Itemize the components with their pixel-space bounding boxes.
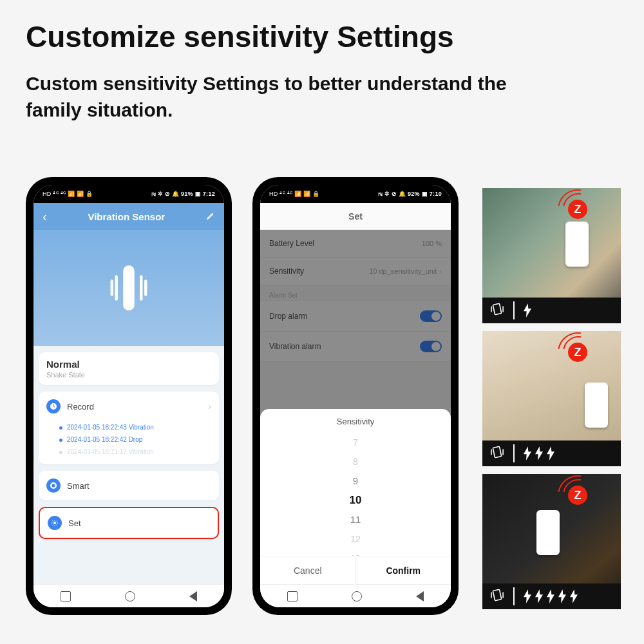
zigbee-badge-icon: Z (568, 486, 587, 505)
vibration-icon (489, 587, 506, 606)
svg-rect-7 (493, 589, 501, 600)
sensor-device-icon (585, 383, 608, 428)
gear-icon (48, 516, 62, 530)
record-entry: 2024-01-05 18:22:42 Drop (67, 433, 211, 446)
record-entry: 2024-01-05 18:21:17 Vibration (67, 446, 211, 458)
hero-area (33, 230, 224, 346)
scenario-tile-safe: Z (482, 474, 621, 609)
strip-divider (513, 587, 515, 605)
confirm-button[interactable]: Confirm (356, 556, 451, 584)
svg-rect-0 (123, 265, 135, 310)
svg-rect-5 (493, 303, 501, 314)
chevron-right-icon: › (208, 401, 211, 412)
svg-rect-6 (493, 446, 501, 457)
status-right: ℕ ✲ ⊘ 🔔 92% ▣ 7:10 (378, 191, 442, 197)
picker-option-selected[interactable]: 10 (260, 491, 451, 510)
scenario-tile-door: Z (482, 331, 621, 466)
strip-divider (513, 301, 515, 319)
state-card: Normal Shake State (39, 352, 219, 385)
smart-icon (46, 478, 61, 493)
recent-apps-button[interactable] (287, 591, 298, 601)
picker-option[interactable]: 7 (260, 433, 451, 452)
set-header: Set (260, 203, 451, 230)
picker-option[interactable]: 9 (260, 471, 451, 491)
android-nav (260, 584, 451, 607)
sensitivity-picker[interactable]: 7 8 9 10 11 12 13 (260, 430, 451, 556)
state-subtitle: Shake State (46, 371, 211, 379)
intensity-bolts (522, 589, 579, 603)
status-left: HD ⁴ᴳ ⁴ᴳ 📶 📶 🔒 (43, 191, 93, 197)
record-row[interactable]: Record › (39, 392, 219, 421)
header-title: Vibration Sensor (88, 211, 165, 222)
zigbee-badge-icon: Z (568, 200, 587, 219)
sensor-device-icon (536, 510, 560, 555)
home-button[interactable] (352, 591, 362, 601)
back-nav-button[interactable] (189, 591, 197, 601)
strip-divider (513, 444, 515, 462)
set-header-title: Set (348, 211, 363, 222)
scenario-tile-curtain: Z (482, 188, 621, 323)
phone-notch (97, 182, 161, 193)
sensitivity-picker-sheet: Sensitivity 7 8 9 10 11 12 13 Cancel Con… (260, 409, 451, 584)
headline: Customize sensitivity Settings (26, 19, 454, 54)
edit-button[interactable] (206, 211, 215, 222)
home-button[interactable] (125, 591, 135, 601)
status-right: ℕ ✲ ⊘ 🔔 91% ▣ 7:12 (151, 191, 215, 197)
record-entry: 2024-01-05 18:22:43 Vibration (67, 421, 211, 433)
set-label: Set (68, 518, 81, 528)
android-nav (33, 584, 224, 607)
phone-mockup-set: HD ⁴ᴳ ⁴ᴳ 📶 📶 🔒 ℕ ✲ ⊘ 🔔 92% ▣ 7:10 Set Ba… (252, 177, 459, 615)
sensor-device-icon (565, 222, 589, 267)
picker-option[interactable]: 12 (260, 529, 451, 549)
set-card[interactable]: Set (39, 507, 219, 539)
app-header: ‹ Vibration Sensor (33, 203, 224, 230)
zigbee-badge-icon: Z (568, 343, 587, 362)
picker-option[interactable]: 8 (260, 452, 451, 471)
state-title: Normal (46, 359, 211, 370)
intensity-bolts (522, 446, 556, 460)
back-nav-button[interactable] (416, 591, 424, 601)
sheet-title: Sensitivity (260, 409, 451, 430)
recent-apps-button[interactable] (61, 591, 71, 601)
clock-icon (46, 399, 61, 413)
cancel-button[interactable]: Cancel (260, 556, 356, 584)
record-card: Record › 2024-01-05 18:22:43 Vibration 2… (39, 392, 219, 464)
picker-option[interactable]: 13 (260, 549, 451, 556)
svg-point-4 (53, 522, 56, 524)
record-label: Record (67, 402, 94, 412)
smart-card[interactable]: Smart (39, 471, 219, 500)
vibration-icon (489, 301, 506, 320)
picker-option[interactable]: 11 (260, 510, 451, 529)
vibration-sensor-icon (106, 259, 151, 317)
svg-point-3 (52, 484, 55, 488)
back-button[interactable]: ‹ (43, 209, 47, 224)
phone-mockup-main: HD ⁴ᴳ ⁴ᴳ 📶 📶 🔒 ℕ ✲ ⊘ 🔔 91% ▣ 7:12 ‹ Vibr… (26, 177, 232, 615)
vibration-icon (489, 444, 506, 463)
intensity-bolts (522, 303, 533, 317)
status-left: HD ⁴ᴳ ⁴ᴳ 📶 📶 🔒 (269, 191, 320, 197)
phone-notch (323, 182, 388, 193)
scenario-column: Z Z Z (482, 188, 621, 609)
smart-label: Smart (67, 481, 90, 491)
subhead: Custom sensitivity Settings to better un… (26, 71, 554, 123)
